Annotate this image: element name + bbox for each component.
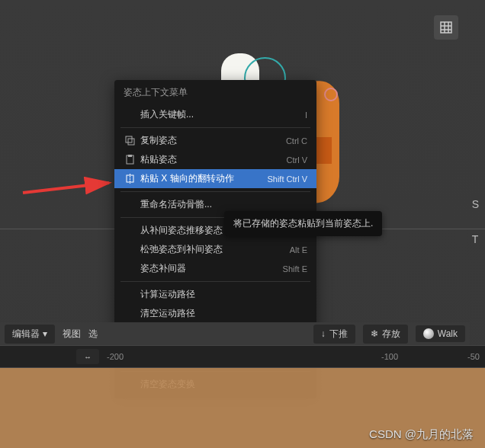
bone-gizmo-pink [324, 88, 338, 101]
paste-icon [122, 155, 137, 165]
scrub-handle[interactable]: ↔ [76, 349, 99, 364]
menu-separator [120, 281, 310, 282]
menu-separator [120, 127, 310, 128]
svg-rect-9 [128, 155, 132, 157]
timeline-tick: -200 [107, 352, 124, 361]
timeline-ruler[interactable]: ↔ -200 -100 -50 [0, 345, 485, 368]
menu-paste-flipped-x[interactable]: 粘贴 X 轴向的翻转动作 Shift Ctrl V [114, 169, 316, 188]
flip-icon [122, 174, 137, 184]
menu-calc-motion-paths[interactable]: 计算运动路径 [114, 285, 316, 304]
sphere-icon [423, 328, 434, 339]
menu-separator [120, 191, 310, 192]
svg-line-5 [23, 183, 109, 193]
select-menu[interactable]: 选 [88, 328, 98, 341]
menu-title: 姿态上下文菜单 [114, 80, 316, 105]
header-bar: 编辑器▾ 视图 选 ↓下推 ❄存放 Walk [0, 322, 470, 345]
copy-icon [122, 136, 137, 146]
menu-relax-pose[interactable]: 松弛姿态到补间姿态 Alt E [114, 240, 316, 259]
side-letters: S T [472, 198, 479, 245]
chevron-down-icon: ▾ [43, 328, 47, 339]
svg-rect-6 [126, 136, 132, 142]
push-down-button[interactable]: ↓下推 [313, 325, 355, 344]
menu-clear-motion-paths[interactable]: 清空运动路径 [114, 304, 316, 323]
view-menu[interactable]: 视图 [63, 328, 81, 341]
watermark: CSDN @九月的北落 [369, 427, 474, 442]
editor-type-dropdown[interactable]: 编辑器▾ [5, 325, 55, 344]
down-icon: ↓ [321, 328, 326, 339]
annotation-arrow [19, 171, 118, 205]
active-action-field[interactable]: Walk [416, 325, 465, 342]
menu-paste-pose[interactable]: 粘贴姿态 Ctrl V [114, 150, 316, 169]
snowflake-icon: ❄ [371, 328, 378, 339]
menu-insert-keyframe[interactable]: 插入关键帧... I [114, 105, 316, 124]
svg-rect-7 [128, 139, 134, 145]
timeline-tick: -100 [381, 352, 398, 361]
overlay-grid-button[interactable] [434, 15, 458, 40]
menu-breakdowner[interactable]: 姿态补间器 Shift E [114, 259, 316, 278]
menu-copy-pose[interactable]: 复制姿态 Ctrl C [114, 131, 316, 150]
stash-button[interactable]: ❄存放 [363, 325, 408, 344]
svg-rect-0 [441, 22, 451, 33]
timeline-tick: -50 [467, 352, 480, 361]
tooltip: 将已存储的姿态粘贴到当前姿态上. [224, 211, 382, 236]
